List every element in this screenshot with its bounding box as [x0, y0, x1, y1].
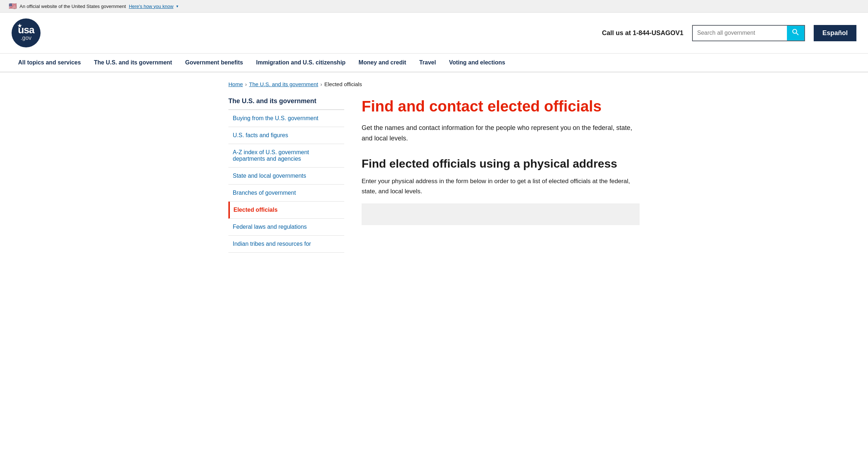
breadcrumb-separator-1: ›	[245, 81, 247, 87]
sidebar-link-facts[interactable]: U.S. facts and figures	[228, 127, 344, 144]
section1-heading: Find elected officials using a physical …	[362, 157, 640, 170]
sidebar: The U.S. and its government Buying from …	[228, 97, 344, 253]
nav-link-travel[interactable]: Travel	[413, 54, 442, 72]
nav-item-money: Money and credit	[352, 54, 413, 72]
sidebar-item-elected: Elected officials	[228, 202, 344, 219]
breadcrumb-home[interactable]: Home	[228, 81, 243, 87]
breadcrumb-section[interactable]: The U.S. and its government	[249, 81, 318, 87]
sidebar-item-buying: Buying from the U.S. government	[228, 110, 344, 127]
phone-number: Call us at 1-844-USAGOV1	[602, 29, 683, 37]
nav-link-money[interactable]: Money and credit	[352, 54, 413, 72]
logo-container[interactable]: ★ usa .gov	[12, 18, 41, 47]
official-text: An official website of the United States…	[20, 4, 126, 9]
breadcrumb-separator-2: ›	[320, 81, 322, 87]
nav-item-immigration: Immigration and U.S. citizenship	[249, 54, 352, 72]
content-wrapper: Home › The U.S. and its government › Ele…	[217, 72, 651, 261]
logo-gov-text: .gov	[21, 35, 31, 41]
main-layout: The U.S. and its government Buying from …	[228, 97, 640, 253]
sidebar-item-indian-tribes: Indian tribes and resources for	[228, 236, 344, 253]
search-input[interactable]	[693, 27, 787, 39]
sidebar-item-federal-laws: Federal laws and regulations	[228, 219, 344, 236]
espanol-button[interactable]: Español	[814, 25, 856, 41]
sidebar-item-state-local: State and local governments	[228, 168, 344, 185]
site-header: ★ usa .gov Call us at 1-844-USAGOV1 Espa…	[0, 13, 868, 54]
page-description: Get the names and contact information fo…	[362, 123, 640, 144]
nav-link-immigration[interactable]: Immigration and U.S. citizenship	[249, 54, 352, 72]
nav-item-benefits: Government benefits	[178, 54, 249, 72]
sidebar-title: The U.S. and its government	[228, 97, 344, 110]
sidebar-link-indian-tribes[interactable]: Indian tribes and resources for	[228, 236, 344, 252]
nav-link-all-topics[interactable]: All topics and services	[12, 54, 87, 72]
sidebar-link-branches[interactable]: Branches of government	[228, 185, 344, 201]
sidebar-link-state-local[interactable]: State and local governments	[228, 168, 344, 184]
usa-gov-logo[interactable]: ★ usa .gov	[12, 18, 41, 47]
main-content: Find and contact elected officials Get t…	[362, 97, 640, 253]
breadcrumb: Home › The U.S. and its government › Ele…	[228, 81, 640, 87]
search-icon	[792, 29, 799, 38]
flag-icon: 🇺🇸	[9, 2, 17, 10]
logo-star-icon: ★	[17, 23, 22, 29]
gov-banner: 🇺🇸 An official website of the United Sta…	[0, 0, 868, 13]
nav-link-benefits[interactable]: Government benefits	[178, 54, 249, 72]
section1-description: Enter your physical address in the form …	[362, 176, 640, 196]
sidebar-item-az-index: A-Z index of U.S. government departments…	[228, 144, 344, 168]
nav-link-voting[interactable]: Voting and elections	[442, 54, 511, 72]
banner-caret-icon: ▾	[176, 4, 178, 9]
sidebar-link-buying[interactable]: Buying from the U.S. government	[228, 110, 344, 127]
sidebar-link-federal-laws[interactable]: Federal laws and regulations	[228, 219, 344, 235]
sidebar-item-facts: U.S. facts and figures	[228, 127, 344, 144]
sidebar-nav: Buying from the U.S. government U.S. fac…	[228, 110, 344, 253]
nav-item-us-government: The U.S. and its government	[87, 54, 178, 72]
search-button[interactable]	[787, 26, 804, 41]
sidebar-link-az-index[interactable]: A-Z index of U.S. government departments…	[228, 144, 344, 167]
main-nav: All topics and services The U.S. and its…	[0, 54, 868, 72]
heres-how-link[interactable]: Here's how you know	[129, 4, 173, 9]
nav-link-us-government[interactable]: The U.S. and its government	[87, 54, 178, 72]
sidebar-item-branches: Branches of government	[228, 185, 344, 202]
search-form	[692, 25, 805, 41]
address-form-area[interactable]	[362, 203, 640, 225]
breadcrumb-current: Elected officials	[324, 81, 362, 87]
nav-item-voting: Voting and elections	[442, 54, 511, 72]
nav-item-travel: Travel	[413, 54, 442, 72]
nav-item-all-topics: All topics and services	[12, 54, 87, 72]
sidebar-link-elected[interactable]: Elected officials	[230, 202, 344, 218]
page-title: Find and contact elected officials	[362, 97, 640, 115]
header-right: Call us at 1-844-USAGOV1 Español	[602, 25, 856, 41]
